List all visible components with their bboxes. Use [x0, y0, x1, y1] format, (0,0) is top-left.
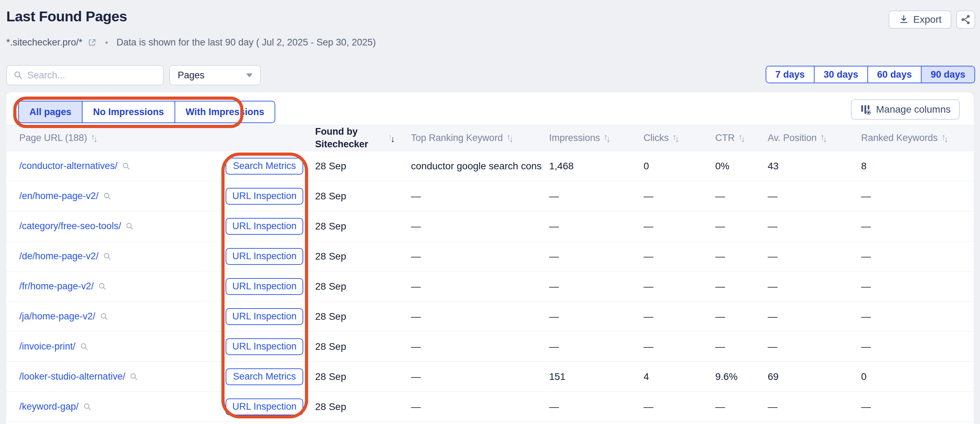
- av-position-cell: —: [768, 341, 861, 352]
- magnifier-icon[interactable]: [103, 252, 112, 261]
- top-keyword-cell: —: [411, 191, 549, 202]
- table-body: /conductor-alternatives/ Search Metrics …: [6, 151, 974, 422]
- range-30-days-button[interactable]: 30 days: [814, 67, 867, 83]
- page-url-link[interactable]: /de/home-page-v2/: [19, 251, 99, 262]
- magnifier-icon[interactable]: [125, 222, 134, 231]
- impressions-cell: —: [549, 281, 644, 292]
- found-date-cell: 28 Sep: [313, 341, 411, 352]
- table-row: /invoice-print/ URL Inspection 28 Sep — …: [6, 332, 974, 362]
- ctr-cell: —: [715, 311, 768, 322]
- sort-icon[interactable]: ↑↓: [388, 134, 395, 142]
- pages-table-card: All pages No Impressions With Impression…: [6, 92, 974, 424]
- sort-icon[interactable]: ↑↓: [506, 134, 514, 142]
- ctr-cell: —: [715, 221, 768, 232]
- clicks-cell: —: [644, 221, 715, 232]
- found-date-cell: 28 Sep: [313, 401, 411, 413]
- row-action-button[interactable]: URL Inspection: [226, 338, 303, 355]
- row-action-button[interactable]: Search Metrics: [226, 368, 303, 385]
- scope-selected-value: Pages: [178, 70, 205, 81]
- tab-with-impressions[interactable]: With Impressions: [175, 102, 275, 123]
- top-keyword-cell: —: [411, 221, 549, 232]
- page-url-link[interactable]: /ja/home-page-v2/: [19, 311, 95, 322]
- sort-icon[interactable]: ↑↓: [672, 134, 679, 142]
- page-url-link[interactable]: /conductor-alternatives/: [19, 161, 118, 171]
- range-60-days-button[interactable]: 60 days: [867, 67, 921, 83]
- page-url-cell: /invoice-print/: [19, 341, 226, 352]
- row-action-button[interactable]: URL Inspection: [226, 308, 303, 325]
- action-cell: URL Inspection: [226, 248, 313, 265]
- sort-icon[interactable]: ↑↓: [91, 134, 97, 142]
- av-position-cell: —: [768, 401, 861, 413]
- bullet-separator: •: [105, 38, 108, 48]
- share-icon: [961, 14, 971, 25]
- tab-no-impressions[interactable]: No Impressions: [82, 102, 175, 123]
- range-90-days-button[interactable]: 90 days: [921, 67, 974, 83]
- table-row: /fr/home-page-v2/ URL Inspection 28 Sep …: [6, 271, 974, 301]
- sort-icon[interactable]: ↑↓: [604, 134, 611, 142]
- search-input[interactable]: [27, 70, 157, 81]
- tab-all-pages[interactable]: All pages: [19, 102, 82, 123]
- column-header-top-keyword: Top Ranking Keyword ↑↓: [411, 132, 549, 143]
- row-action-button[interactable]: URL Inspection: [226, 218, 303, 235]
- page-url-cell: /de/home-page-v2/: [19, 251, 226, 262]
- sort-icon[interactable]: ↑↓: [820, 134, 827, 142]
- impressions-cell: 1,468: [549, 161, 644, 172]
- magnifier-icon[interactable]: [103, 192, 112, 201]
- impressions-cell: —: [549, 341, 644, 352]
- ranked-keywords-cell: —: [861, 401, 967, 413]
- found-date-cell: 28 Sep: [313, 191, 411, 202]
- page-url-link[interactable]: /category/free-seo-tools/: [19, 221, 121, 231]
- external-link-icon[interactable]: [88, 38, 97, 47]
- magnifier-icon[interactable]: [129, 372, 138, 381]
- magnifier-icon[interactable]: [98, 282, 107, 291]
- row-action-button[interactable]: URL Inspection: [226, 278, 303, 295]
- page-url-link[interactable]: /looker-studio-alternative/: [19, 371, 125, 382]
- page-url-cell: /looker-studio-alternative/: [19, 371, 226, 382]
- impressions-cell: —: [549, 251, 644, 262]
- page-url-link[interactable]: /keyword-gap/: [19, 401, 79, 412]
- magnifier-icon[interactable]: [80, 342, 89, 351]
- column-header-clicks: Clicks ↑↓: [644, 132, 715, 143]
- sort-icon[interactable]: ↑↓: [738, 134, 745, 142]
- row-action-button[interactable]: Search Metrics: [226, 158, 303, 175]
- clicks-cell: 4: [644, 371, 715, 383]
- page-url-link[interactable]: /fr/home-page-v2/: [19, 281, 94, 292]
- top-keyword-cell: —: [411, 281, 549, 292]
- row-action-button[interactable]: URL Inspection: [226, 398, 303, 415]
- row-action-button[interactable]: URL Inspection: [226, 248, 303, 265]
- page-url-cell: /keyword-gap/: [19, 401, 226, 412]
- magnifier-icon[interactable]: [83, 402, 92, 411]
- impressions-cell: —: [549, 221, 644, 232]
- top-keyword-cell: —: [411, 311, 549, 322]
- ctr-cell: —: [715, 281, 768, 292]
- scope-select[interactable]: Pages: [169, 65, 261, 85]
- range-7-days-button[interactable]: 7 days: [766, 67, 814, 83]
- found-date-cell: 28 Sep: [313, 221, 411, 232]
- column-header-av-position: Av. Position ↑↓: [768, 132, 861, 143]
- ctr-cell: 0%: [715, 161, 768, 172]
- share-button[interactable]: [956, 11, 975, 29]
- action-cell: URL Inspection: [226, 338, 313, 355]
- magnifier-icon[interactable]: [122, 162, 131, 171]
- impressions-filter-tabs: All pages No Impressions With Impression…: [18, 101, 275, 123]
- chevron-down-icon: [246, 73, 253, 77]
- row-action-button[interactable]: URL Inspection: [226, 188, 303, 205]
- manage-columns-label: Manage columns: [876, 104, 951, 115]
- table-row: /ja/home-page-v2/ URL Inspection 28 Sep …: [6, 301, 974, 332]
- table-row: /conductor-alternatives/ Search Metrics …: [6, 151, 974, 181]
- column-header-ctr: CTR ↑↓: [715, 132, 768, 143]
- magnifier-icon[interactable]: [100, 312, 109, 321]
- action-cell: URL Inspection: [226, 308, 313, 325]
- av-position-cell: 43: [768, 161, 861, 172]
- export-button[interactable]: Export: [889, 11, 951, 29]
- clicks-cell: —: [644, 251, 715, 262]
- page-url-link[interactable]: /en/home-page-v2/: [19, 191, 99, 201]
- page-url-link[interactable]: /invoice-print/: [19, 341, 76, 352]
- clicks-cell: —: [644, 341, 715, 352]
- action-cell: URL Inspection: [226, 218, 313, 235]
- manage-columns-button[interactable]: Manage columns: [851, 99, 960, 120]
- found-date-cell: 28 Sep: [313, 281, 411, 292]
- top-keyword-cell: —: [411, 251, 549, 262]
- date-range-group: 7 days 30 days 60 days 90 days: [765, 66, 975, 83]
- sort-icon[interactable]: ↑↓: [941, 134, 948, 142]
